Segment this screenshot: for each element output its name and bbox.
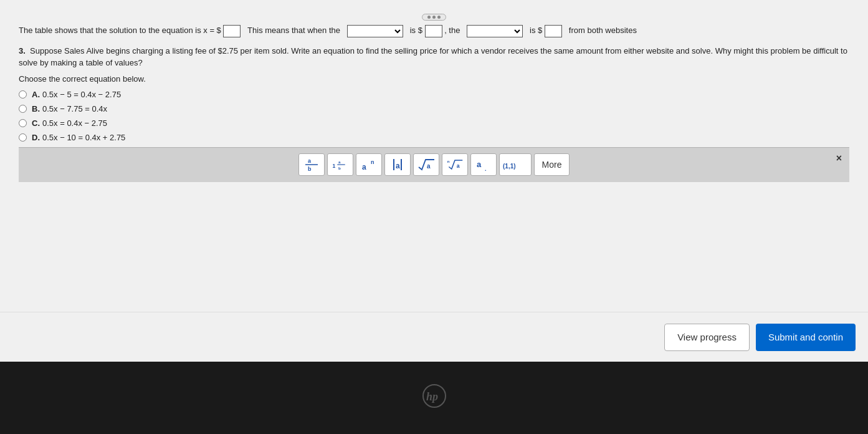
svg-text:1: 1	[332, 163, 335, 169]
option-D-label: D.	[32, 133, 40, 142]
dropdown-1[interactable]	[347, 25, 403, 37]
screen: The table shows that the solution to the…	[0, 0, 868, 434]
svg-text:a: a	[477, 160, 482, 169]
options-list: A. 0.5x − 5 = 0.4x − 2.75 B. 0.5x − 7.75…	[19, 90, 849, 142]
dot3	[437, 16, 441, 19]
option-A[interactable]: A. 0.5x − 5 = 0.4x − 2.75	[19, 90, 849, 99]
svg-text:a: a	[456, 163, 459, 169]
question-number: 3.	[19, 46, 26, 55]
svg-text:.: .	[485, 166, 487, 172]
option-C[interactable]: C. 0.5x = 0.4x − 2.75	[19, 118, 849, 128]
question-text: 3. Suppose Sales Alive begins charging a…	[19, 45, 849, 69]
option-B-text: 0.5x − 7.75 = 0.4x	[42, 104, 107, 113]
radio-C[interactable]	[19, 119, 27, 127]
intro-text-middle1: This means that when the	[247, 26, 340, 35]
blank-input-2[interactable]	[425, 25, 442, 37]
intro-text: The table shows that the solution to the…	[19, 24, 849, 37]
more-button[interactable]: More	[534, 153, 570, 176]
option-B-label: B.	[32, 104, 40, 113]
submit-button[interactable]: Submit and contin	[756, 324, 856, 351]
sqrt-button[interactable]: a	[413, 153, 439, 176]
svg-text:b: b	[338, 166, 340, 170]
mixed-fraction-button[interactable]: 1 a b	[327, 153, 353, 176]
svg-text:(1,1): (1,1)	[503, 163, 516, 170]
option-A-label: A.	[32, 90, 40, 99]
svg-text:a: a	[396, 162, 400, 170]
intro-comma: , the	[444, 26, 460, 35]
svg-text:a: a	[308, 158, 312, 164]
choose-text: Choose the correct equation below.	[19, 74, 849, 84]
option-C-label: C.	[32, 118, 40, 128]
svg-text:hp: hp	[426, 390, 438, 403]
action-bar: View progress Submit and contin	[0, 312, 868, 362]
close-toolbar-button[interactable]: ×	[836, 153, 842, 164]
intro-is2: is $	[530, 26, 542, 35]
radio-D[interactable]	[19, 133, 27, 142]
dark-bottom: hp	[0, 362, 868, 434]
question-body: Suppose Sales Alive begins charging a li…	[19, 46, 847, 68]
intro-text-before: The table shows that the solution to the…	[19, 26, 221, 35]
option-D-text: 0.5x − 10 = 0.4x + 2.75	[42, 133, 125, 142]
option-D[interactable]: D. 0.5x − 10 = 0.4x + 2.75	[19, 133, 849, 142]
svg-text:n: n	[371, 159, 374, 165]
more-label: More	[542, 160, 562, 170]
dot1	[427, 16, 431, 19]
fraction-button[interactable]: a b	[298, 153, 325, 176]
math-toolbar: a b 1 a b a n	[19, 147, 849, 182]
option-C-text: 0.5x = 0.4x − 2.75	[42, 118, 107, 128]
content-area: The table shows that the solution to the…	[0, 0, 868, 312]
svg-text:a: a	[427, 163, 431, 170]
hp-logo: hp	[419, 383, 450, 413]
absolute-value-button[interactable]: a	[384, 153, 411, 176]
submit-label: Submit and contin	[768, 332, 843, 342]
view-progress-button[interactable]: View progress	[664, 324, 750, 351]
svg-text:n: n	[447, 159, 449, 163]
dropdown-2[interactable]	[467, 25, 523, 37]
radio-B[interactable]	[19, 105, 27, 113]
top-bar	[19, 11, 849, 24]
svg-text:a: a	[338, 160, 340, 164]
svg-text:b: b	[308, 166, 312, 172]
intro-is1: is $	[410, 26, 422, 35]
dot2	[432, 16, 436, 19]
option-B[interactable]: B. 0.5x − 7.75 = 0.4x	[19, 104, 849, 113]
blank-input-1[interactable]	[223, 25, 241, 37]
view-progress-label: View progress	[677, 332, 737, 342]
nth-root-button[interactable]: n a	[442, 153, 468, 176]
superscript-button[interactable]: a n	[356, 153, 382, 176]
radio-A[interactable]	[19, 90, 27, 99]
svg-text:a: a	[362, 163, 366, 171]
top-dots	[422, 14, 446, 21]
blank-input-3[interactable]	[545, 25, 562, 37]
parentheses-button[interactable]: (1,1)	[499, 153, 532, 176]
option-A-text: 0.5x − 5 = 0.4x − 2.75	[42, 90, 121, 99]
subscript-button[interactable]: a .	[470, 153, 497, 176]
intro-text-after: from both websites	[569, 26, 637, 35]
